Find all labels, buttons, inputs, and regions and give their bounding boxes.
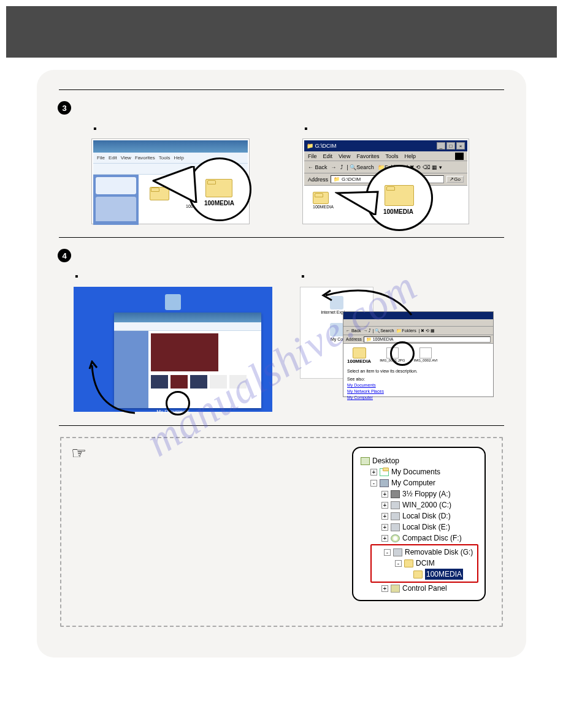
collapse-icon[interactable]: - [384, 549, 391, 556]
w2k-title: G:\DCIM [315, 143, 337, 149]
expand-icon[interactable]: + [381, 585, 388, 592]
removable-icon [393, 548, 402, 556]
preview-image [151, 333, 218, 371]
floppy-icon [391, 490, 400, 498]
collapse-icon[interactable]: - [370, 480, 377, 487]
address-label-2: Address [346, 337, 362, 341]
w2k-menu-edit[interactable]: Edit [323, 153, 333, 159]
step-3: 3 ▪ File Edit View Favorites Tools Help [55, 90, 508, 237]
folders-button-2[interactable]: Folders [402, 328, 416, 333]
documents-icon [380, 468, 389, 476]
note-box: ☞ Desktop +My Documents -My Computer +3½… [60, 437, 503, 627]
tree-e-drive[interactable]: +Local Disk (E:) [361, 521, 478, 533]
drive-icon [391, 512, 400, 520]
tree-cd-drive[interactable]: +Compact Disc (F:) [361, 533, 478, 544]
thumb-3[interactable] [190, 375, 207, 389]
small-folder[interactable]: 100MEDIA [313, 189, 334, 209]
computer-icon [380, 479, 389, 487]
step-4: 4 ▪ My Computer My Network Places Shared… [55, 238, 508, 425]
w2k-menu-tools[interactable]: Tools [385, 153, 398, 159]
see-also-label: See also: [347, 377, 489, 381]
w2k-menu-help[interactable]: Help [404, 153, 416, 159]
expand-icon[interactable]: + [370, 469, 377, 476]
search-button-2[interactable]: Search [380, 328, 394, 333]
step-4-bullet: 4 [58, 249, 71, 262]
highlight-box: -Removable Disk (G:) -DCIM 100MEDIA [370, 544, 478, 583]
close-button[interactable]: × [456, 142, 465, 150]
folder-icon: 📁 [334, 176, 340, 182]
thumb-5[interactable] [229, 375, 247, 389]
tree-mydocs[interactable]: +My Documents [361, 466, 478, 477]
step3-col-b: ▪ 📁 G:\DCIM _□× File Edit View Favorites… [303, 123, 489, 224]
folder-icon [404, 559, 413, 567]
back-button-2[interactable]: ← Back [346, 328, 361, 333]
tree-control-panel[interactable]: +Control Panel [361, 583, 478, 594]
w2k-menu-fav[interactable]: Favorites [356, 153, 379, 159]
desktop-icon [361, 457, 370, 465]
min-button[interactable]: _ [437, 142, 445, 150]
step4-a-marker: ▪ [75, 271, 79, 282]
w2k-explorer-window: ← Back → ⤴ | 🔍Search 📁Folders | ✖ ⟲ ▦ Ad… [343, 311, 494, 397]
max-button[interactable]: □ [446, 142, 455, 150]
address-label: Address [308, 176, 328, 183]
drive-icon [391, 501, 400, 509]
step3-b-marker: ▪ [304, 123, 308, 134]
xp-menu-help: Help [174, 155, 183, 161]
back-button[interactable]: ← Back [308, 164, 327, 170]
expand-icon[interactable]: + [381, 502, 388, 509]
expand-icon[interactable]: + [381, 524, 388, 531]
small-folder-label: 100MEDIA [313, 205, 334, 209]
callout-label-2k: 100MEDIA [383, 208, 413, 215]
callout-circle-thumb [166, 391, 190, 415]
search-button[interactable]: Search [356, 164, 374, 170]
callout-circle-2k: 100MEDIA [366, 165, 433, 231]
callout-circle-file [390, 341, 415, 366]
description-text: Select an item to view its description. [347, 369, 489, 373]
go-button[interactable]: ↗Go [446, 176, 464, 183]
step3-a-marker: ▪ [93, 123, 97, 134]
xp-menu-view: View [121, 155, 131, 161]
link-mycomp[interactable]: My Computer [347, 395, 489, 400]
xp-menu-fav: Favorites [135, 155, 155, 161]
expand-icon[interactable]: + [381, 513, 388, 520]
link-mydocs[interactable]: My Documents [347, 383, 489, 387]
folder-icon: 📁 [307, 143, 313, 149]
folder-open-icon [413, 571, 423, 578]
address-value-2[interactable]: 100MEDIA [373, 337, 394, 341]
link-network[interactable]: My Network Places [347, 389, 489, 393]
tree-mycomputer[interactable]: -My Computer [361, 477, 478, 488]
expand-icon[interactable]: + [381, 491, 388, 498]
tree-floppy[interactable]: +3½ Floppy (A:) [361, 488, 478, 499]
screenshot-2000-dcim: 📁 G:\DCIM _□× File Edit View Favorites T… [303, 139, 469, 224]
xp-menu-edit: Edit [109, 155, 117, 161]
collapse-icon[interactable]: - [395, 560, 402, 567]
rule-bottom-step [59, 425, 504, 426]
screenshot-xp-dcim: File Edit View Favorites Tools Help [92, 139, 249, 224]
folder-100media-small [150, 187, 169, 203]
page-header-bar [6, 6, 557, 58]
expand-icon[interactable]: + [381, 535, 388, 542]
step-3-bullet: 3 [58, 101, 71, 115]
control-panel-icon [391, 585, 400, 593]
thumb-2[interactable] [170, 375, 188, 389]
step4-col-b: ▪ Internet Explorer My Co ← Back → ⤴ | 🔍… [300, 271, 502, 412]
tree-100media[interactable]: 100MEDIA [373, 569, 476, 580]
w2k-menu-view[interactable]: View [339, 153, 350, 159]
tree-removable[interactable]: -Removable Disk (G:) [373, 547, 476, 558]
tree-dcim[interactable]: -DCIM [373, 558, 476, 569]
file-img2[interactable]: IMG_0002.AVI [413, 347, 437, 364]
tree-desktop[interactable]: Desktop [361, 455, 478, 466]
cd-icon [391, 534, 400, 542]
w2k-composite: Internet Explorer My Co ← Back → ⤴ | 🔍Se… [300, 287, 494, 409]
step4-col-a: ▪ My Computer My Network Places Shared D… [74, 271, 275, 412]
callout-label-xp: 100MEDIA [204, 200, 234, 207]
thumb-4[interactable] [210, 375, 227, 389]
address-value[interactable]: G:\DCIM [342, 176, 361, 182]
thumb-1[interactable] [151, 375, 168, 389]
tree-d-drive[interactable]: +Local Disk (D:) [361, 510, 478, 521]
xp-menu-tools: Tools [159, 155, 170, 161]
tree-c-drive[interactable]: +WIN_2000 (C:) [361, 499, 478, 510]
step4-b-marker: ▪ [301, 271, 305, 282]
folder-tree: Desktop +My Documents -My Computer +3½ F… [352, 447, 486, 601]
w2k-menu-file[interactable]: File [308, 153, 317, 159]
